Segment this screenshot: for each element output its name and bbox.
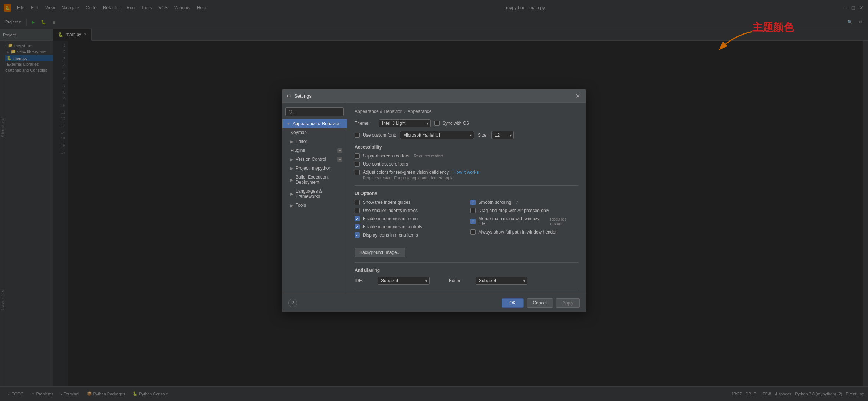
smooth-scrolling-help[interactable]: ?: [516, 200, 518, 205]
merge-requires-restart: Requires restart: [550, 217, 578, 226]
font-select-wrapper: Microsoft YaHei UI: [400, 131, 474, 139]
enable-mnemonics-menu-label: Enable mnemonics in menu: [363, 216, 418, 221]
ide-antialias-select-wrapper: Subpixel: [378, 277, 430, 285]
nav-editor-label: Editor: [296, 139, 307, 144]
smooth-scrolling-label: Smooth scrolling: [479, 200, 512, 205]
contrast-scrollbars-checkbox[interactable]: [355, 162, 360, 167]
breadcrumb-sep: ›: [404, 109, 405, 114]
nav-version-control[interactable]: ▶ Version Control ≡: [282, 155, 347, 164]
nav-languages-label: Languages & Frameworks: [296, 189, 342, 199]
dialog-content: Appearance & Behavior › Appearance Theme…: [347, 103, 586, 294]
background-image-section: Background Image...: [355, 245, 578, 257]
show-tree-indent-checkbox[interactable]: [355, 200, 360, 205]
custom-font-row: Use custom font: Microsoft YaHei UI Size…: [355, 131, 578, 139]
ui-options-grid: Show tree indent guides Use smaller inde…: [355, 200, 578, 241]
nav-plugins-label: Plugins: [290, 148, 305, 153]
screen-readers-row: Support screen readers Requires restart: [355, 153, 578, 159]
contrast-scrollbars-label: Use contrast scrollbars: [363, 162, 408, 167]
ui-options-section: UI Options: [355, 191, 578, 196]
breadcrumb-root[interactable]: Appearance & Behavior: [355, 109, 402, 114]
nav-plugins[interactable]: Plugins ≡: [282, 146, 347, 155]
nav-editor[interactable]: ▶ Editor: [282, 137, 347, 146]
ui-options-col1: Show tree indent guides Use smaller inde…: [355, 200, 463, 241]
use-smaller-indents-checkbox[interactable]: [355, 208, 360, 213]
how-it-works-link[interactable]: How it works: [453, 170, 479, 175]
nav-build[interactable]: ▶ Build, Execution, Deployment: [282, 173, 347, 187]
dialog-body: ▼ Appearance & Behavior Keymap ▶ Editor …: [282, 103, 586, 294]
sync-with-os-checkbox[interactable]: [434, 121, 440, 126]
font-select[interactable]: Microsoft YaHei UI: [400, 131, 474, 139]
adjust-colors-sub: Requires restart. For protanopia and deu…: [363, 176, 578, 180]
show-tree-indent-label: Show tree indent guides: [363, 200, 411, 205]
theme-select[interactable]: IntelliJ Light: [379, 119, 431, 127]
sync-with-os-label: Sync with OS: [443, 121, 469, 126]
use-smaller-indents-label: Use smaller indents in trees: [363, 208, 418, 213]
drag-drop-label: Drag-and-drop with Alt pressed only: [479, 208, 549, 213]
drag-drop-row: Drag-and-drop with Alt pressed only: [470, 208, 579, 213]
nav-appearance-behavior[interactable]: ▼ Appearance & Behavior: [282, 119, 347, 128]
merge-main-menu-checkbox[interactable]: [470, 219, 476, 224]
settings-icon: ⚙: [287, 93, 291, 99]
editor-antialias-select[interactable]: Subpixel: [476, 277, 527, 285]
size-select[interactable]: 12: [491, 131, 514, 139]
annotation-arrow: [711, 28, 756, 58]
dialog-title: Settings: [294, 93, 574, 99]
enable-mnemonics-controls-row: Enable mnemonics in controls: [355, 224, 463, 229]
settings-search[interactable]: [285, 107, 344, 116]
help-button[interactable]: ?: [288, 299, 297, 307]
always-full-path-row: Always show full path in window header: [470, 229, 579, 235]
dialog-footer: ? OK Cancel Apply: [282, 294, 586, 312]
display-icons-row: Display icons in menu items: [355, 232, 463, 238]
antialiasing-section: Antialiasing: [355, 268, 578, 273]
apply-button[interactable]: Apply: [556, 298, 580, 308]
use-custom-font-label: Use custom font:: [363, 133, 396, 138]
background-image-button[interactable]: Background Image...: [355, 248, 405, 257]
adjust-colors-checkbox[interactable]: [355, 170, 360, 175]
nav-keymap[interactable]: Keymap: [282, 128, 347, 137]
use-smaller-indents-row: Use smaller indents in trees: [355, 208, 463, 213]
divider-2: [355, 262, 578, 263]
adjust-colors-row: Adjust colors for red-green vision defic…: [355, 170, 578, 175]
dialog-close-button[interactable]: ✕: [574, 92, 581, 100]
screen-readers-label: Support screen readers: [363, 153, 409, 159]
vc-badge: ≡: [337, 157, 342, 162]
nav-project-label: Project: mypython: [296, 166, 331, 171]
always-full-path-label: Always show full path in window header: [479, 229, 557, 235]
nav-languages[interactable]: ▶ Languages & Frameworks: [282, 187, 347, 201]
adjust-colors-section: Adjust colors for red-green vision defic…: [355, 170, 578, 180]
plugins-badge: ≡: [337, 148, 342, 153]
sync-with-os-row: Sync with OS: [434, 121, 469, 126]
settings-dialog: ⚙ Settings ✕ ▼ Appearance & Behavior Key…: [282, 89, 586, 312]
contrast-scrollbars-row: Use contrast scrollbars: [355, 162, 578, 167]
use-custom-font-row: Use custom font:: [355, 133, 396, 138]
enable-mnemonics-menu-checkbox[interactable]: [355, 216, 360, 221]
display-icons-checkbox[interactable]: [355, 232, 360, 238]
enable-mnemonics-controls-label: Enable mnemonics in controls: [363, 224, 422, 229]
nav-tools[interactable]: ▶ Tools: [282, 201, 347, 210]
adjust-colors-label: Adjust colors for red-green vision defic…: [363, 170, 449, 175]
nav-keymap-label: Keymap: [290, 130, 307, 135]
enable-mnemonics-controls-checkbox[interactable]: [355, 224, 360, 229]
editor-antialias-select-wrapper: Subpixel: [476, 277, 527, 285]
nav-tools-label: Tools: [296, 203, 306, 208]
always-full-path-checkbox[interactable]: [470, 229, 476, 235]
ok-button[interactable]: OK: [502, 298, 523, 308]
breadcrumb: Appearance & Behavior › Appearance: [355, 109, 578, 114]
breadcrumb-current: Appearance: [408, 109, 432, 114]
theme-select-wrapper: IntelliJ Light: [379, 119, 431, 127]
smooth-scrolling-checkbox[interactable]: [470, 200, 476, 205]
antialias-ide-label: IDE:: [355, 278, 373, 283]
size-select-wrapper: 12: [491, 131, 514, 139]
cancel-button[interactable]: Cancel: [527, 298, 553, 308]
nav-build-label: Build, Execution, Deployment: [296, 175, 342, 185]
drag-drop-checkbox[interactable]: [470, 208, 476, 213]
ide-antialias-select[interactable]: Subpixel: [378, 277, 430, 285]
modal-overlay: ⚙ Settings ✕ ▼ Appearance & Behavior Key…: [0, 0, 868, 401]
nav-project[interactable]: ▶ Project: mypython: [282, 164, 347, 173]
size-label: Size:: [478, 133, 488, 138]
ui-options-col2: Smooth scrolling ? Drag-and-drop with Al…: [470, 200, 579, 241]
use-custom-font-checkbox[interactable]: [355, 133, 360, 138]
screen-readers-checkbox[interactable]: [355, 153, 360, 159]
dialog-title-bar: ⚙ Settings ✕: [282, 89, 586, 103]
dialog-nav: ▼ Appearance & Behavior Keymap ▶ Editor …: [282, 103, 347, 294]
